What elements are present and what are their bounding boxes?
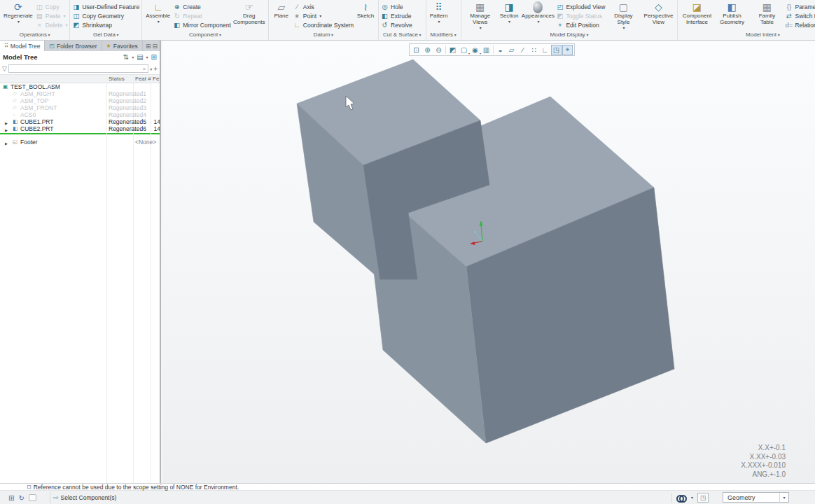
point-display-button[interactable]: ∷ — [529, 45, 539, 55]
family-table-button[interactable]: ▦Family Table — [750, 1, 783, 26]
tree-row-cube1-prt[interactable]: ▶◧CUBE1.PRTRegenerated514 — [0, 118, 160, 125]
sketch-button[interactable]: ≀Sketch — [355, 1, 376, 20]
copy-button[interactable]: ◫Copy — [36, 2, 68, 11]
create-label: Create — [183, 4, 201, 10]
group-label-cut-surface[interactable]: Cut & Surface — [379, 31, 426, 40]
copy-geometry-button[interactable]: ◫Copy Geometry — [72, 11, 139, 20]
group-label-get-data[interactable]: Get Data — [70, 31, 141, 40]
plane-display-button[interactable]: ▱ — [506, 45, 517, 55]
toggle-browser-icon[interactable]: ↻ — [18, 494, 24, 502]
saved-orientations-button[interactable]: ◉▾ — [470, 45, 480, 55]
manage-views-button[interactable]: ▦Manage Views▾ — [464, 1, 497, 30]
selection-filter-dropdown[interactable]: Geometry ▾ — [723, 492, 789, 503]
spin-center-button[interactable]: ⌖ — [562, 45, 573, 55]
mirror-component-button[interactable]: ◧Mirror Component — [173, 20, 231, 29]
group-label-model-intent[interactable]: Model Intent — [678, 31, 815, 40]
perspective-view-button[interactable]: ◇Perspective View — [641, 1, 675, 26]
shrinkwrap-button[interactable]: ◩Shrinkwrap — [72, 20, 139, 29]
assemble-icon: ∟ — [153, 1, 163, 13]
group-label-operations[interactable]: Operations — [0, 31, 69, 40]
toggle-status-button[interactable]: ◩Toggle Status — [556, 11, 605, 20]
tree-row-acs0[interactable]: ∟ACS0Regenerated4 — [0, 111, 160, 118]
appearances-button[interactable]: ●Appearances▾ — [521, 1, 555, 24]
switch-dimensions-button[interactable]: ⇄Switch Dimensions — [785, 11, 815, 20]
revolve-button[interactable]: ↺Revolve — [381, 20, 412, 29]
hole-button[interactable]: ◎Hole — [381, 2, 412, 11]
column-header-feat[interactable]: Feat # — [135, 76, 151, 82]
exploded-view-icon: ◰ — [556, 3, 564, 10]
group-label-modifiers[interactable]: Modifiers — [426, 31, 461, 40]
publish-geometry-button[interactable]: ◧Publish Geometry — [715, 1, 748, 26]
paste-button[interactable]: ▤Paste▾ — [36, 11, 68, 20]
model-tree-title: Model Tree — [3, 53, 38, 61]
tab-model-tree[interactable]: ⠿ Model Tree — [0, 41, 45, 51]
refit-button[interactable]: ⊡ — [411, 45, 422, 55]
display-style-button[interactable]: ▢Display Style▾ — [606, 1, 640, 30]
tree-columns-caret-icon[interactable]: ▾ — [146, 55, 148, 59]
tree-columns-icon[interactable]: ▤ — [137, 53, 143, 61]
group-label-component[interactable]: Component — [142, 31, 268, 40]
column-header-fe[interactable]: Fe — [153, 76, 159, 82]
graphics-area[interactable]: ⊡⊕⊖◩▢▾◉▾▥◒▱∕∷∟◳⌖ X.X+-0.1X.XX+-0.03X.XXX… — [162, 41, 815, 483]
view-manager-button[interactable]: ▥ — [481, 45, 492, 55]
coordinate-system-icon: ∟ — [293, 21, 301, 29]
repaint-button[interactable]: ◩ — [447, 45, 458, 55]
relations-button[interactable]: d=Relations — [785, 20, 815, 29]
zoom-out-button[interactable]: ⊖ — [433, 45, 444, 55]
plane-button[interactable]: ▱Plane — [271, 1, 292, 20]
toggle-navigator-icon[interactable]: ⊞ — [8, 494, 14, 502]
point-button[interactable]: ∗Point▾ — [293, 11, 354, 20]
zoom-in-button[interactable]: ⊕ — [422, 45, 433, 55]
tree-filters-caret-icon[interactable]: ▾ — [132, 55, 134, 59]
csys-display-button[interactable]: ∟ — [540, 45, 550, 55]
relations-icon: d= — [785, 21, 793, 29]
find-caret-icon[interactable]: ▾ — [691, 495, 693, 500]
extrude-button[interactable]: ◧Extrude — [381, 11, 412, 20]
tree-row-asm-right[interactable]: ▱ASM_RIGHTRegenerated1 — [0, 90, 160, 97]
annotation-display-button[interactable]: ◒ — [495, 45, 506, 55]
expand-arrow-icon[interactable]: ▶ — [5, 140, 8, 147]
component-interface-button[interactable]: ◪Component Interface — [680, 1, 713, 26]
parameters-button[interactable]: {}Parameters — [785, 2, 815, 11]
group-label-model-display[interactable]: Model Display — [461, 31, 678, 40]
clear-search-icon[interactable]: × — [142, 66, 148, 72]
full-screen-icon[interactable] — [29, 494, 36, 501]
dragger-button[interactable]: ◳ — [551, 45, 562, 55]
find-icon[interactable] — [676, 494, 687, 500]
select-box-button[interactable]: ◳ — [697, 493, 709, 503]
tree-settings-icon[interactable]: ⊞ — [151, 53, 157, 61]
display-style-button[interactable]: ▢▾ — [459, 45, 469, 55]
column-header-status[interactable]: Status — [109, 76, 125, 82]
expand-arrow-icon[interactable]: ▶ — [5, 127, 8, 134]
panel-layout-icon[interactable]: ⊞ — [146, 43, 151, 50]
tree-row-asm-front[interactable]: ▱ASM_FRONTRegenerated3 — [0, 104, 160, 111]
tab-favorites[interactable]: ★ Favorites — [102, 41, 143, 51]
assemble-button[interactable]: ∟Assemble▾ — [144, 1, 172, 24]
tree-row-cube2-prt[interactable]: ▶◧CUBE2.PRTRegenerated614 — [0, 125, 160, 132]
search-options-caret-icon[interactable]: ▾ — [150, 66, 152, 71]
panel-hide-icon[interactable]: ⊟ — [152, 43, 158, 50]
edit-position-button[interactable]: ⌖Edit Position — [556, 20, 605, 29]
tree-search-input[interactable]: × — [8, 64, 148, 73]
tree-row-test-bool-asm[interactable]: ▣TEST_BOOL.ASM — [0, 83, 160, 90]
create-button[interactable]: ⊕Create — [173, 2, 231, 11]
coordinate-system-button[interactable]: ∟Coordinate System — [293, 20, 354, 29]
axis-display-button[interactable]: ∕ — [517, 45, 528, 55]
repeat-button[interactable]: ↻Repeat — [173, 11, 231, 20]
section-button[interactable]: ◨Section▾ — [499, 1, 520, 24]
tree-row-asm-top[interactable]: ▱ASM_TOPRegenerated2 — [0, 97, 160, 104]
delete-button[interactable]: ×Delete▾ — [36, 20, 68, 29]
pattern-button[interactable]: ⠿Pattern▾ — [429, 1, 450, 24]
user-defined-feature-button[interactable]: ◨User-Defined Feature — [72, 2, 139, 11]
axis-button[interactable]: ∕Axis — [293, 2, 354, 11]
tree-filters-icon[interactable]: ⇅ — [123, 53, 129, 61]
triad-z-dot — [474, 231, 476, 233]
tab-folder-browser[interactable]: ◰ Folder Browser — [45, 41, 102, 51]
drag-components-button[interactable]: ☞Drag Components — [232, 1, 266, 26]
regenerate-button[interactable]: ⟳Regenerate▾ — [2, 1, 34, 24]
tree-row-footer[interactable]: ▶◱Footer<None> — [0, 139, 160, 146]
add-filter-icon[interactable]: + — [153, 65, 158, 73]
exploded-view-button[interactable]: ◰Exploded View — [556, 2, 605, 11]
group-label-datum[interactable]: Datum — [269, 31, 378, 40]
funnel-icon[interactable]: ▽ — [2, 65, 7, 72]
